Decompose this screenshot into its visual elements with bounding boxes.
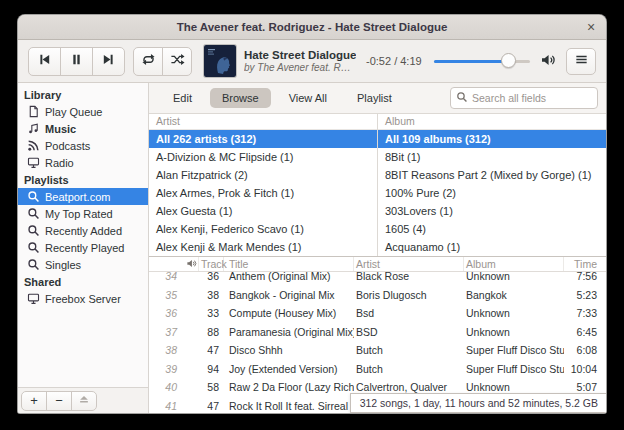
sidebar-header-library[interactable]: Library: [18, 86, 148, 103]
sidebar-item-podcasts[interactable]: Podcasts: [18, 137, 148, 154]
sidebar-list: Library Play Queue Music Podcasts Radio: [18, 83, 148, 387]
rss-icon: [27, 139, 40, 152]
sidebar-item-recently-played[interactable]: Recently Played: [18, 239, 148, 256]
sidebar: Library Play Queue Music Podcasts Radio: [18, 83, 149, 413]
volume-button[interactable]: [538, 50, 558, 73]
track-row[interactable]: 36 33 Compute (Housey Mix) Bsd Unknown 7…: [149, 304, 606, 323]
menu-button[interactable]: [566, 48, 596, 75]
repeat-button[interactable]: [133, 47, 163, 76]
track-list: Track Title Artist Album Time 34 36 Anth…: [149, 256, 606, 413]
seek-slider[interactable]: [434, 53, 530, 69]
view-toolbar: EditBrowseView AllPlaylist: [149, 83, 606, 113]
track-rows: 34 36 Anthem (Original Mix) Black Rose U…: [149, 267, 606, 413]
sidebar-header-shared[interactable]: Shared: [18, 273, 148, 290]
browser-artist[interactable]: Alan Fitzpatrick (2): [149, 166, 377, 184]
monitor-icon: [27, 292, 40, 305]
repeat-icon: [141, 52, 156, 70]
sidebar-item-my-top-rated[interactable]: My Top Rated: [18, 205, 148, 222]
track-column-header[interactable]: Track: [199, 257, 224, 271]
next-button[interactable]: [92, 47, 125, 76]
tab-view-all[interactable]: View All: [277, 88, 339, 108]
browser-album[interactable]: 1605 (4): [378, 220, 606, 238]
browser-artist[interactable]: Alex Kenji, Federico Scavo (1): [149, 220, 377, 238]
add-playlist-button[interactable]: +: [21, 391, 47, 411]
title-column-header[interactable]: Title: [224, 257, 354, 271]
sidebar-item-music[interactable]: Music: [18, 120, 148, 137]
song-byline: by The Avener feat. Rodriguez fro…: [244, 62, 356, 74]
search-icon: [27, 190, 40, 203]
pause-icon: [69, 52, 84, 70]
sidebar-item-beatport[interactable]: Beatport.com: [18, 188, 148, 205]
album-art: [204, 45, 236, 77]
browser-album[interactable]: 100% Pure (2): [378, 184, 606, 202]
main-panel: EditBrowseView AllPlaylist Artist All 26…: [149, 83, 606, 413]
sidebar-item-play-queue[interactable]: Play Queue: [18, 103, 148, 120]
track-row[interactable]: 38 47 Disco Shhh Butch Super Fluff Disco…: [149, 341, 606, 360]
sidebar-action-bar: + −: [18, 387, 148, 413]
search-icon: [27, 224, 40, 237]
browser-album[interactable]: Acquanamo (1): [378, 238, 606, 256]
search-field[interactable]: [450, 87, 598, 109]
sidebar-item-recently-added[interactable]: Recently Added: [18, 222, 148, 239]
previous-button[interactable]: [28, 47, 61, 76]
browser-album[interactable]: 8Bit (1): [378, 148, 606, 166]
sidebar-item-radio[interactable]: Radio: [18, 154, 148, 171]
track-row[interactable]: 39 94 Joy (Extended Version) Butch Super…: [149, 360, 606, 379]
next-icon: [101, 52, 116, 70]
time-column-header[interactable]: Time: [564, 257, 606, 271]
playback-mode-controls: [133, 47, 192, 76]
shuffle-button[interactable]: [162, 47, 192, 76]
album-column-header[interactable]: Album: [464, 257, 564, 271]
search-icon: [456, 89, 468, 107]
hamburger-menu-icon: [574, 52, 589, 70]
search-icon: [27, 258, 40, 271]
tab-edit[interactable]: Edit: [161, 88, 204, 108]
track-row[interactable]: 37 88 Paramanesia (Original Mix) BSD Unk…: [149, 323, 606, 342]
artist-column-header[interactable]: Artist: [354, 257, 464, 271]
eject-icon: [78, 393, 90, 408]
sidebar-item-singles[interactable]: Singles: [18, 256, 148, 273]
tab-browse[interactable]: Browse: [210, 88, 271, 108]
artist-list: All 262 artists (312)A-Divizion & MC Fli…: [149, 130, 377, 256]
window-title: The Avener feat. Rodriguez - Hate Street…: [18, 21, 606, 33]
browser-album[interactable]: 8BIT Reasons Part 2 (Mixed by Gorge) (1): [378, 166, 606, 184]
sidebar-header-playlists[interactable]: Playlists: [18, 171, 148, 188]
album-column: Album All 109 albums (312)8Bit (1)8BIT R…: [377, 114, 606, 256]
artist-column-header[interactable]: Artist: [149, 114, 377, 130]
player-toolbar: Hate Street Dialogue by The Avener feat.…: [18, 40, 606, 83]
track-row[interactable]: 35 38 Bangkok - Original Mix Boris Dlugo…: [149, 286, 606, 305]
music-icon: [27, 122, 40, 135]
sidebar-item-freebox-server[interactable]: Freebox Server: [18, 290, 148, 307]
pause-button[interactable]: [60, 47, 93, 76]
content-area: Library Play Queue Music Podcasts Radio: [18, 83, 606, 413]
view-tabs: EditBrowseView AllPlaylist: [161, 88, 404, 108]
browser-artist[interactable]: A-Divizion & MC Flipside (1): [149, 148, 377, 166]
close-icon[interactable]: ×: [582, 18, 600, 36]
previous-icon: [37, 52, 52, 70]
remove-playlist-button[interactable]: −: [46, 391, 72, 411]
speaker-icon: [540, 56, 556, 71]
document-icon: [27, 105, 40, 118]
playing-indicator-column-header[interactable]: [184, 257, 199, 271]
browser-all-artists[interactable]: All 262 artists (312): [149, 130, 377, 148]
shuffle-icon: [170, 52, 185, 70]
monitor-icon: [27, 156, 40, 169]
album-column-header[interactable]: Album: [378, 114, 606, 130]
row-number-column-header[interactable]: [149, 257, 184, 271]
browser-all-albums[interactable]: All 109 albums (312): [378, 130, 606, 148]
playback-time: -0:52 / 4:19: [366, 55, 422, 67]
titlebar[interactable]: The Avener feat. Rodriguez - Hate Street…: [18, 15, 606, 40]
browser-album[interactable]: 303Lovers (1): [378, 202, 606, 220]
playback-controls: [28, 47, 125, 76]
library-browser: Artist All 262 artists (312)A-Divizion &…: [149, 113, 606, 256]
browser-artist[interactable]: Alex Armes, Prok & Fitch (1): [149, 184, 377, 202]
speaker-icon: [186, 258, 197, 271]
browser-artist[interactable]: Alex Guesta (1): [149, 202, 377, 220]
eject-button[interactable]: [71, 391, 97, 411]
browser-artist[interactable]: Alex Kenji & Mark Mendes (1): [149, 238, 377, 256]
app-window: The Avener feat. Rodriguez - Hate Street…: [17, 14, 607, 414]
library-summary-tooltip: 312 songs, 1 day, 11 hours and 52 minute…: [350, 393, 606, 413]
tab-playlist[interactable]: Playlist: [345, 88, 404, 108]
search-input[interactable]: [472, 92, 592, 104]
seek-slider-thumb[interactable]: [501, 53, 516, 68]
